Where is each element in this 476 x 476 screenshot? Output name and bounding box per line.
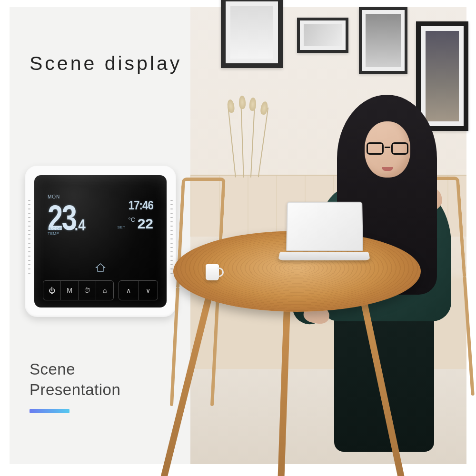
floor-temp-label: FLOOR TEMP	[48, 227, 62, 236]
wall-frame	[297, 18, 348, 53]
subtitle-line-2: Presentation	[30, 380, 120, 400]
timer-button[interactable]: ⏱	[78, 281, 96, 300]
wall-frame	[221, 0, 283, 68]
temp-decimal: .4	[75, 217, 86, 233]
accent-bar	[30, 409, 69, 413]
wall-frame	[359, 7, 407, 74]
set-label: SET	[118, 225, 126, 229]
temp-down-button[interactable]: ∨	[138, 281, 158, 300]
pampas-grass	[218, 101, 285, 178]
clock: 17:46	[114, 198, 153, 213]
subtitle-line-1: Scene	[30, 359, 120, 380]
subtitle: Scene Presentation	[30, 359, 120, 400]
laptop	[279, 201, 369, 267]
power-button[interactable]: ⏻	[43, 281, 60, 300]
lifestyle-photo	[190, 7, 466, 464]
set-temp: SET °C 22	[108, 216, 153, 232]
thermostat-device: MON 23 .4 FLOOR TEMP 17:46 SET	[25, 166, 176, 317]
vent-right	[170, 200, 173, 274]
thermostat-screen[interactable]: MON 23 .4 FLOOR TEMP 17:46 SET	[34, 175, 167, 307]
home-icon	[95, 263, 106, 274]
glasses-icon	[367, 142, 408, 156]
unit-label: °C	[129, 216, 136, 223]
info-panel: MON 23 .4 FLOOR TEMP 17:46 SET	[10, 7, 190, 464]
thermostat-buttons: ⏻ M ⏱ ⌂ ∧ ∨	[43, 280, 158, 300]
home-button[interactable]: ⌂	[96, 281, 113, 300]
temp-up-button[interactable]: ∧	[119, 281, 138, 300]
set-temp-value: 22	[138, 216, 153, 231]
vent-left	[28, 200, 30, 274]
page-title: Scene display	[30, 52, 182, 75]
mode-button[interactable]: M	[60, 281, 78, 300]
mug	[206, 264, 219, 280]
